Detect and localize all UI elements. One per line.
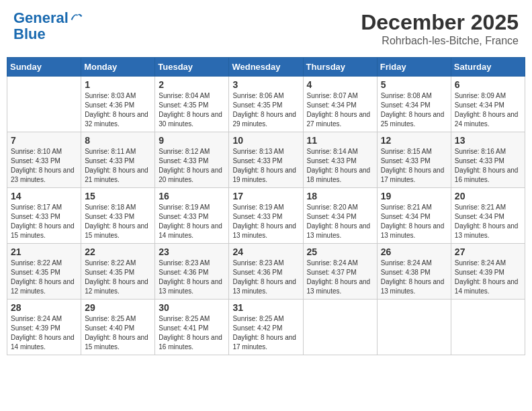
day-number: 31 — [232, 302, 299, 313]
week-row-3: 14Sunrise: 8:17 AMSunset: 4:33 PMDayligh… — [7, 188, 525, 244]
day-number: 18 — [307, 191, 373, 201]
day-number: 6 — [455, 79, 521, 90]
col-header-wednesday: Wednesday — [229, 58, 303, 77]
day-cell: 9Sunrise: 8:12 AMSunset: 4:33 PMDaylight… — [155, 132, 229, 188]
day-cell: 14Sunrise: 8:17 AMSunset: 4:33 PMDayligh… — [7, 188, 81, 244]
day-info: Sunrise: 8:22 AMSunset: 4:35 PMDaylight:… — [85, 259, 151, 296]
col-header-friday: Friday — [377, 58, 451, 77]
day-number: 17 — [232, 191, 299, 201]
day-info: Sunrise: 8:23 AMSunset: 4:36 PMDaylight:… — [159, 259, 225, 296]
title-section: December 2025 Rohrbach-les-Bitche, Franc… — [361, 10, 519, 47]
day-cell: 8Sunrise: 8:11 AMSunset: 4:33 PMDaylight… — [81, 132, 155, 188]
day-cell: 22Sunrise: 8:22 AMSunset: 4:35 PMDayligh… — [81, 244, 155, 300]
day-number: 30 — [159, 302, 225, 313]
day-number: 24 — [232, 246, 299, 257]
day-cell: 12Sunrise: 8:15 AMSunset: 4:33 PMDayligh… — [377, 132, 451, 188]
day-number: 2 — [159, 79, 225, 90]
day-info: Sunrise: 8:19 AMSunset: 4:33 PMDaylight:… — [232, 203, 299, 240]
day-cell: 3Sunrise: 8:06 AMSunset: 4:35 PMDaylight… — [229, 77, 303, 132]
day-cell: 30Sunrise: 8:25 AMSunset: 4:41 PMDayligh… — [155, 300, 229, 355]
month-year-title: December 2025 — [361, 10, 519, 35]
day-info: Sunrise: 8:20 AMSunset: 4:34 PMDaylight:… — [307, 203, 373, 240]
logo: General Blue — [13, 10, 83, 42]
day-number: 11 — [307, 135, 373, 146]
day-cell — [303, 300, 377, 355]
day-cell — [451, 300, 525, 355]
day-number: 29 — [85, 302, 151, 313]
day-info: Sunrise: 8:13 AMSunset: 4:33 PMDaylight:… — [232, 147, 299, 185]
day-info: Sunrise: 8:25 AMSunset: 4:42 PMDaylight:… — [232, 314, 299, 352]
day-info: Sunrise: 8:08 AMSunset: 4:34 PMDaylight:… — [381, 91, 447, 129]
day-cell: 27Sunrise: 8:24 AMSunset: 4:39 PMDayligh… — [451, 244, 525, 300]
day-cell — [377, 300, 451, 355]
day-number: 14 — [11, 191, 77, 201]
day-cell: 4Sunrise: 8:07 AMSunset: 4:34 PMDaylight… — [303, 77, 377, 132]
day-number: 3 — [232, 79, 299, 90]
day-cell: 1Sunrise: 8:03 AMSunset: 4:36 PMDaylight… — [81, 77, 155, 132]
day-number: 23 — [159, 246, 225, 257]
calendar-header-row: SundayMondayTuesdayWednesdayThursdayFrid… — [7, 58, 525, 77]
day-number: 15 — [85, 191, 151, 201]
col-header-saturday: Saturday — [451, 58, 525, 77]
day-number: 10 — [232, 135, 299, 146]
day-info: Sunrise: 8:17 AMSunset: 4:33 PMDaylight:… — [11, 203, 77, 240]
day-number: 8 — [85, 135, 151, 146]
day-info: Sunrise: 8:24 AMSunset: 4:39 PMDaylight:… — [455, 259, 521, 296]
day-info: Sunrise: 8:10 AMSunset: 4:33 PMDaylight:… — [11, 147, 77, 185]
day-info: Sunrise: 8:12 AMSunset: 4:33 PMDaylight:… — [159, 147, 225, 185]
day-cell: 21Sunrise: 8:22 AMSunset: 4:35 PMDayligh… — [7, 244, 81, 300]
day-number: 9 — [159, 135, 225, 146]
day-cell: 6Sunrise: 8:09 AMSunset: 4:34 PMDaylight… — [451, 77, 525, 132]
day-cell: 24Sunrise: 8:23 AMSunset: 4:36 PMDayligh… — [229, 244, 303, 300]
day-info: Sunrise: 8:03 AMSunset: 4:36 PMDaylight:… — [85, 91, 151, 129]
day-cell: 20Sunrise: 8:21 AMSunset: 4:34 PMDayligh… — [451, 188, 525, 244]
week-row-2: 7Sunrise: 8:10 AMSunset: 4:33 PMDaylight… — [7, 132, 525, 188]
col-header-sunday: Sunday — [7, 58, 81, 77]
day-number: 20 — [455, 191, 521, 201]
day-cell: 31Sunrise: 8:25 AMSunset: 4:42 PMDayligh… — [229, 300, 303, 355]
location-subtitle: Rohrbach-les-Bitche, France — [361, 35, 519, 47]
col-header-monday: Monday — [81, 58, 155, 77]
day-cell: 2Sunrise: 8:04 AMSunset: 4:35 PMDaylight… — [155, 77, 229, 132]
day-cell: 25Sunrise: 8:24 AMSunset: 4:37 PMDayligh… — [303, 244, 377, 300]
day-number: 5 — [381, 79, 447, 90]
day-info: Sunrise: 8:06 AMSunset: 4:35 PMDaylight:… — [232, 91, 299, 129]
col-header-tuesday: Tuesday — [155, 58, 229, 77]
week-row-5: 28Sunrise: 8:24 AMSunset: 4:39 PMDayligh… — [7, 300, 525, 355]
day-number: 26 — [381, 246, 447, 257]
day-cell: 17Sunrise: 8:19 AMSunset: 4:33 PMDayligh… — [229, 188, 303, 244]
header: General Blue December 2025 Rohrbach-les-… — [7, 7, 525, 50]
day-cell: 18Sunrise: 8:20 AMSunset: 4:34 PMDayligh… — [303, 188, 377, 244]
day-cell: 16Sunrise: 8:19 AMSunset: 4:33 PMDayligh… — [155, 188, 229, 244]
day-info: Sunrise: 8:24 AMSunset: 4:37 PMDaylight:… — [307, 259, 373, 296]
day-info: Sunrise: 8:24 AMSunset: 4:38 PMDaylight:… — [381, 259, 447, 296]
day-info: Sunrise: 8:14 AMSunset: 4:33 PMDaylight:… — [307, 147, 373, 185]
day-cell: 19Sunrise: 8:21 AMSunset: 4:34 PMDayligh… — [377, 188, 451, 244]
day-info: Sunrise: 8:25 AMSunset: 4:41 PMDaylight:… — [159, 314, 225, 352]
logo-text2: Blue — [13, 26, 83, 42]
logo-text: General — [13, 10, 69, 26]
day-info: Sunrise: 8:07 AMSunset: 4:34 PMDaylight:… — [307, 91, 373, 129]
day-number: 12 — [381, 135, 447, 146]
day-info: Sunrise: 8:21 AMSunset: 4:34 PMDaylight:… — [381, 203, 447, 240]
week-row-1: 1Sunrise: 8:03 AMSunset: 4:36 PMDaylight… — [7, 77, 525, 132]
day-cell: 28Sunrise: 8:24 AMSunset: 4:39 PMDayligh… — [7, 300, 81, 355]
day-info: Sunrise: 8:22 AMSunset: 4:35 PMDaylight:… — [11, 259, 77, 296]
day-number: 19 — [381, 191, 447, 201]
day-cell: 10Sunrise: 8:13 AMSunset: 4:33 PMDayligh… — [229, 132, 303, 188]
day-info: Sunrise: 8:04 AMSunset: 4:35 PMDaylight:… — [159, 91, 225, 129]
day-info: Sunrise: 8:09 AMSunset: 4:34 PMDaylight:… — [455, 91, 521, 129]
day-number: 22 — [85, 246, 151, 257]
day-info: Sunrise: 8:25 AMSunset: 4:40 PMDaylight:… — [85, 314, 151, 352]
day-number: 16 — [159, 191, 225, 201]
day-info: Sunrise: 8:21 AMSunset: 4:34 PMDaylight:… — [455, 203, 521, 240]
day-info: Sunrise: 8:18 AMSunset: 4:33 PMDaylight:… — [85, 203, 151, 240]
day-number: 1 — [85, 79, 151, 90]
day-number: 27 — [455, 246, 521, 257]
week-row-4: 21Sunrise: 8:22 AMSunset: 4:35 PMDayligh… — [7, 244, 525, 300]
day-number: 21 — [11, 246, 77, 257]
day-info: Sunrise: 8:24 AMSunset: 4:39 PMDaylight:… — [11, 314, 77, 352]
day-info: Sunrise: 8:16 AMSunset: 4:33 PMDaylight:… — [455, 147, 521, 185]
day-cell: 15Sunrise: 8:18 AMSunset: 4:33 PMDayligh… — [81, 188, 155, 244]
day-info: Sunrise: 8:11 AMSunset: 4:33 PMDaylight:… — [85, 147, 151, 185]
